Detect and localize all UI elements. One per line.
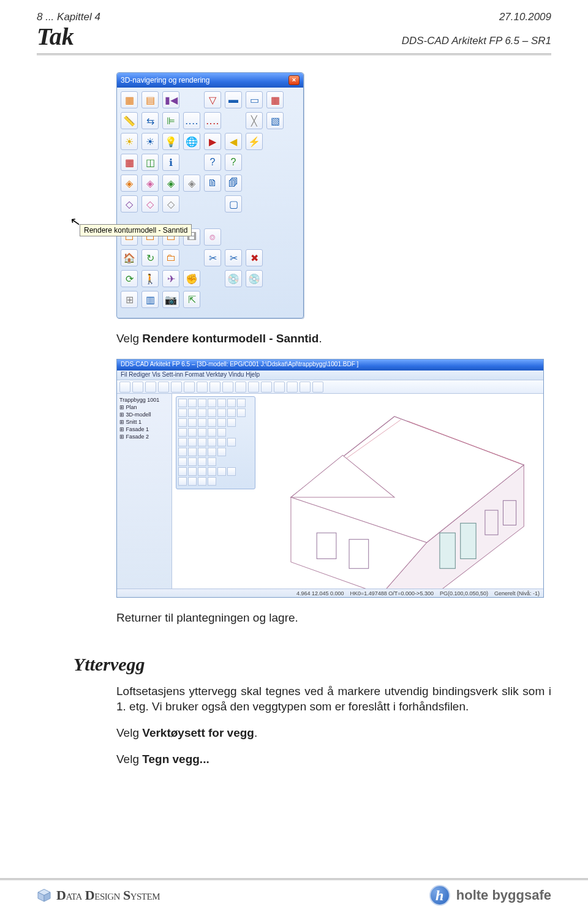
tool-wire1-icon[interactable]: ◇ xyxy=(121,195,138,213)
tool-doc-icon[interactable]: 🗎 xyxy=(204,175,221,192)
tool-disk2-icon[interactable]: 💿 xyxy=(246,270,263,287)
app-titlebar: DDS-CAD Arkitekt FP 6.5 – [3D-modell: EP… xyxy=(117,359,543,371)
tool-cube3-icon[interactable]: ◈ xyxy=(162,175,179,192)
tool-cut-icon[interactable]: ✂ xyxy=(204,249,221,266)
statusbar: 4.964 12.045 0.000 HK0=1.497488 O/T=0.00… xyxy=(117,589,543,597)
tool-new-icon[interactable]: ▦ xyxy=(121,91,138,108)
close-icon[interactable]: × xyxy=(288,75,300,85)
tool-wire3-icon[interactable]: ◇ xyxy=(162,195,179,213)
tool-sheet-icon[interactable]: ▥ xyxy=(141,291,159,308)
tool-swap-icon[interactable]: ⇆ xyxy=(141,112,159,129)
tool-panel2-icon[interactable]: ▭ xyxy=(246,91,263,108)
paragraph-return: Returner til plantegningen og lagre. xyxy=(116,611,551,625)
tool-cube4-icon[interactable]: ◈ xyxy=(183,175,200,192)
tool-tree-icon[interactable]: ⌾ xyxy=(204,228,221,246)
dds-logo: Data Design System DATA DESIGN SYSTEM xyxy=(37,887,160,903)
svg-rect-10 xyxy=(440,533,455,568)
tool-dash1-icon[interactable]: ‥‥ xyxy=(183,112,200,129)
tool-help2-icon[interactable]: ? xyxy=(225,154,242,171)
tool-colors-icon[interactable]: ▦ xyxy=(121,154,138,171)
tool-dash2-icon[interactable]: ‥‥ xyxy=(204,112,221,129)
project-tree[interactable]: Trappbygg 1001 ⊞ Plan ⊞ 3D-modell ⊞ Snit… xyxy=(117,394,172,589)
tool-frame-icon[interactable]: ▦ xyxy=(266,91,284,108)
tool-cube1-icon[interactable]: ◈ xyxy=(121,175,138,192)
tool-lightning-icon[interactable]: ⚡ xyxy=(246,133,263,150)
house-illustration xyxy=(246,394,543,589)
tool-sun2-icon[interactable]: ☀ xyxy=(141,133,159,150)
tool-info-icon[interactable]: ℹ xyxy=(162,154,179,171)
tool-ruler-icon[interactable]: 📏 xyxy=(121,112,138,129)
product-line: DDS-CAD Arkitekt FP 6.5 – SR1 xyxy=(402,35,551,51)
paragraph-select-render: Velg Rendere konturmodell - Sanntid. xyxy=(116,332,551,345)
holte-logo: holte byggsafe xyxy=(429,885,551,906)
tooltip: Rendere konturmodell - Sanntid xyxy=(80,224,192,236)
tool-pan-icon[interactable]: ✊ xyxy=(183,270,200,287)
paragraph-draw-wall: Velg Tegn vegg... xyxy=(116,751,551,767)
tool-grid2-icon[interactable]: ⊞ xyxy=(121,291,138,308)
tool-window-icon[interactable]: ▢ xyxy=(225,195,242,213)
tool-camera-icon[interactable]: 📷 xyxy=(162,291,179,308)
tool-tag-icon[interactable]: ▽ xyxy=(204,91,221,108)
tool-skip-icon[interactable]: ◀ xyxy=(225,133,242,150)
tool-grid-icon[interactable]: ▤ xyxy=(141,91,159,108)
tool-bulb-icon[interactable]: 💡 xyxy=(162,133,179,150)
tool-cut2-icon[interactable]: ✂ xyxy=(225,249,242,266)
tool-fly-icon[interactable]: ✈ xyxy=(162,270,179,287)
tool-globe-icon[interactable]: 🌐 xyxy=(183,133,200,150)
toolbox-title: 3D-navigering og rendering xyxy=(121,76,288,85)
header-rule xyxy=(37,53,551,55)
paragraph-toolset: Velg Verktøysett for vegg. xyxy=(116,725,551,740)
section-title-yttervegg: Yttervegg xyxy=(74,654,551,675)
tool-wire2-icon[interactable]: ◇ xyxy=(141,195,159,213)
viewport[interactable] xyxy=(172,394,543,589)
tool-help-icon[interactable]: ? xyxy=(204,154,221,171)
tool-play-icon[interactable]: ▶ xyxy=(204,133,221,150)
holte-badge-icon xyxy=(429,885,450,906)
app-toolbar[interactable] xyxy=(117,380,543,394)
tool-delete-icon[interactable]: ✖ xyxy=(246,249,263,266)
tool-folder4-icon[interactable]: 🗀 xyxy=(162,249,179,266)
tool-up-icon[interactable]: ⇱ xyxy=(183,291,200,308)
tool-home-icon[interactable]: 🏠 xyxy=(121,249,138,266)
svg-rect-11 xyxy=(461,523,476,559)
page-title: Tak xyxy=(37,22,74,51)
tool-panel1-icon[interactable]: ▬ xyxy=(225,91,242,108)
header-chapter: 8 ... Kapittel 4 xyxy=(37,11,100,23)
tool-line-icon[interactable]: ╳ xyxy=(246,112,263,129)
mini-palette[interactable] xyxy=(176,396,255,489)
tool-box-icon[interactable]: ▧ xyxy=(266,112,284,129)
app-window: DDS-CAD Arkitekt FP 6.5 – [3D-modell: EP… xyxy=(116,359,544,598)
header-date: 27.10.2009 xyxy=(499,11,551,23)
paragraph-yttervegg: Loftsetasjens yttervegg skal tegnes ved … xyxy=(116,683,551,714)
app-menubar[interactable]: Fil Rediger Vis Sett-inn Format Verktøy … xyxy=(117,371,543,380)
tool-walk-icon[interactable]: 🚶 xyxy=(141,270,159,287)
tool-refresh-icon[interactable]: ⟳ xyxy=(121,270,138,287)
toolbox-3d-navigation: 3D-navigering og rendering × ▦ ▤ ▮◀ ▽ ▬ … xyxy=(116,72,304,318)
tool-disk1-icon[interactable]: 💿 xyxy=(225,270,242,287)
tool-sun1-icon[interactable]: ☀ xyxy=(121,133,138,150)
tool-cube2-icon[interactable]: ◈ xyxy=(141,175,159,192)
tool-flag-icon[interactable]: ▮◀ xyxy=(162,91,179,108)
tool-align-icon[interactable]: ⊫ xyxy=(162,112,179,129)
tool-divide-icon[interactable]: ◫ xyxy=(141,154,159,171)
tool-book-icon[interactable]: 🗐 xyxy=(225,175,242,192)
tool-spin-icon[interactable]: ↻ xyxy=(141,249,159,266)
